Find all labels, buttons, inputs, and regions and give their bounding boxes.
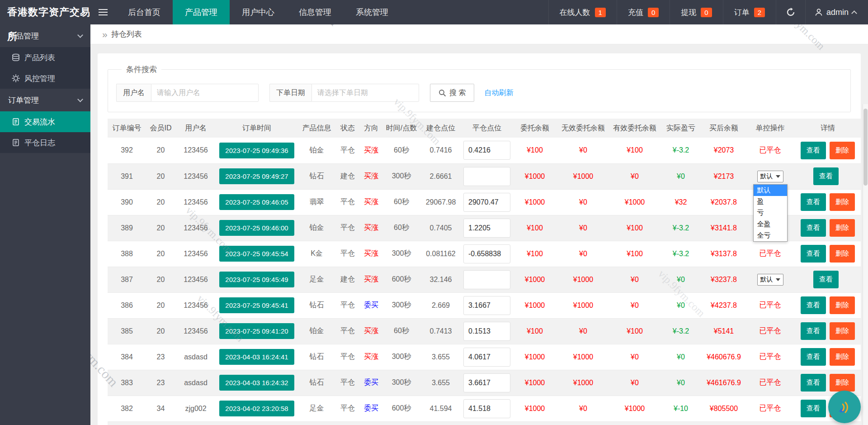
- valid-entrust-cell: ¥0: [609, 370, 660, 396]
- view-button[interactable]: 查看: [801, 400, 826, 417]
- username-input[interactable]: [151, 84, 259, 102]
- close-point-input[interactable]: [463, 399, 510, 418]
- delete-button[interactable]: 删除: [830, 348, 855, 366]
- nav-item-5[interactable]: 系统管理: [344, 0, 401, 24]
- product-cell: 足金: [297, 421, 336, 425]
- dropdown-option[interactable]: 默认: [754, 185, 787, 196]
- sidebar-item-1-2[interactable]: 风控管理: [0, 68, 90, 89]
- order-time-button[interactable]: 2023-04-03 16:24:41: [219, 349, 294, 365]
- sidebar-group-2[interactable]: 订单管理: [0, 89, 90, 111]
- close-point-input[interactable]: [463, 373, 510, 392]
- nav-item-3[interactable]: 用户中心: [230, 0, 287, 24]
- close-point-cell: [462, 370, 512, 396]
- invalid-entrust-cell: ¥0: [557, 189, 609, 215]
- close-point-input[interactable]: [463, 244, 510, 263]
- voice-service-fab[interactable]: [828, 391, 861, 423]
- product-cell: 铂金: [297, 138, 336, 163]
- sidebar-item-2-2[interactable]: 平仓日志: [0, 132, 90, 153]
- order-id-cell: 390: [108, 189, 146, 215]
- counter-1[interactable]: 在线人数1: [548, 0, 617, 24]
- nav-item-2[interactable]: 产品管理: [173, 0, 230, 24]
- direction-cell: 委买: [359, 370, 383, 396]
- column-header-5: 产品信息: [297, 119, 336, 138]
- control-select[interactable]: 默认: [757, 171, 783, 182]
- delete-button[interactable]: 删除: [830, 245, 855, 263]
- close-point-input[interactable]: [463, 296, 510, 315]
- close-point-input[interactable]: [463, 348, 510, 367]
- duration-text: 300秒: [392, 378, 411, 386]
- close-point-input[interactable]: [463, 322, 510, 341]
- order-time-button[interactable]: 2023-07-25 09:45:41: [219, 297, 294, 313]
- close-point-input[interactable]: [463, 141, 510, 160]
- dropdown-option[interactable]: 亏: [754, 207, 787, 219]
- order-time-button[interactable]: 2023-07-25 09:46:00: [219, 220, 294, 236]
- table-row: 391201234562023-07-25 09:49:27钻石建仓买涨300秒…: [108, 163, 861, 189]
- view-button[interactable]: 查看: [813, 271, 839, 288]
- refresh-icon[interactable]: [776, 0, 805, 24]
- product-cell: 铂金: [297, 318, 336, 344]
- order-date-input[interactable]: [311, 84, 419, 102]
- view-button[interactable]: 查看: [801, 322, 826, 340]
- control-select[interactable]: 默认: [757, 274, 783, 286]
- view-button[interactable]: 查看: [801, 374, 826, 392]
- content: 条件搜索 用户名 下单日期 搜 索: [90, 44, 868, 425]
- order-time-button[interactable]: 2023-07-25 09:45:49: [219, 272, 294, 287]
- close-point-input[interactable]: [463, 167, 510, 186]
- direction-cell: 买涨: [359, 163, 383, 189]
- direction-text: 买涨: [364, 327, 378, 334]
- dropdown-option[interactable]: 全盈: [754, 219, 787, 230]
- user-menu[interactable]: admin: [805, 0, 868, 24]
- duration-cell: 60秒: [383, 215, 420, 241]
- product-cell: 足金: [297, 267, 336, 292]
- closed-status-text: 已平仓: [760, 378, 781, 386]
- close-point-input[interactable]: [463, 270, 510, 289]
- view-button[interactable]: 查看: [813, 167, 839, 185]
- delete-button[interactable]: 删除: [830, 193, 855, 211]
- auto-refresh-link[interactable]: 自动刷新: [484, 88, 513, 98]
- nav-item-4[interactable]: 信息管理: [287, 0, 344, 24]
- order-time-button[interactable]: 2023-07-25 09:49:27: [219, 168, 294, 184]
- view-button[interactable]: 查看: [801, 296, 826, 314]
- member-id: 20: [157, 327, 165, 335]
- hamburger-icon[interactable]: [90, 0, 116, 24]
- search-button[interactable]: 搜 索: [430, 84, 474, 102]
- invalid-entrust-cell: ¥1000: [557, 163, 609, 189]
- counter-2[interactable]: 充值0: [617, 0, 670, 24]
- order-time-button[interactable]: 2023-04-02 23:20:58: [219, 401, 294, 416]
- counter-4[interactable]: 订单2: [723, 0, 776, 24]
- close-point-cell: [462, 318, 512, 344]
- scrollbar-thumb[interactable]: [863, 109, 868, 186]
- dropdown-option[interactable]: 盈: [754, 196, 787, 207]
- order-time-button[interactable]: 2023-07-25 09:41:20: [219, 323, 294, 339]
- delete-button[interactable]: 删除: [830, 142, 855, 159]
- valid-entrust-balance: ¥100: [627, 224, 643, 232]
- close-point-input[interactable]: [463, 219, 510, 238]
- column-header-1: 订单编号: [108, 119, 146, 138]
- delete-button[interactable]: 删除: [830, 219, 855, 237]
- sidebar-item-2-1[interactable]: 交易流水: [0, 111, 90, 132]
- view-button[interactable]: 查看: [801, 245, 826, 263]
- view-button[interactable]: 查看: [801, 142, 826, 159]
- username: zjg002: [185, 405, 206, 412]
- view-button[interactable]: 查看: [801, 219, 826, 237]
- close-point-input[interactable]: [463, 193, 510, 212]
- order-time-button[interactable]: 2023-07-25 09:45:54: [219, 246, 294, 262]
- entrust-balance-cell: ¥1000: [512, 267, 557, 292]
- dropdown-option[interactable]: 全亏: [754, 230, 787, 241]
- order-time-button[interactable]: 2023-07-25 09:46:05: [219, 194, 294, 210]
- view-button[interactable]: 查看: [801, 348, 826, 366]
- nav-item-1[interactable]: 后台首页: [116, 0, 173, 24]
- direction-text: 委买: [364, 378, 378, 386]
- sidebar-item-1-1[interactable]: 产品列表: [0, 47, 90, 68]
- order-time-button[interactable]: 2023-07-25 09:49:36: [219, 143, 294, 158]
- duration-cell: 300秒: [383, 370, 420, 396]
- delete-button[interactable]: 删除: [830, 322, 855, 340]
- invalid-entrust-balance: ¥1000: [573, 379, 594, 387]
- delete-button[interactable]: 删除: [830, 296, 855, 314]
- after-balance: ¥4237.8: [711, 301, 737, 309]
- order-time-button[interactable]: 2023-04-03 16:24:32: [219, 375, 294, 391]
- delete-button[interactable]: 删除: [830, 374, 855, 392]
- valid-entrust-cell: ¥0: [609, 292, 660, 318]
- counter-3[interactable]: 提现0: [670, 0, 722, 24]
- view-button[interactable]: 查看: [801, 193, 826, 211]
